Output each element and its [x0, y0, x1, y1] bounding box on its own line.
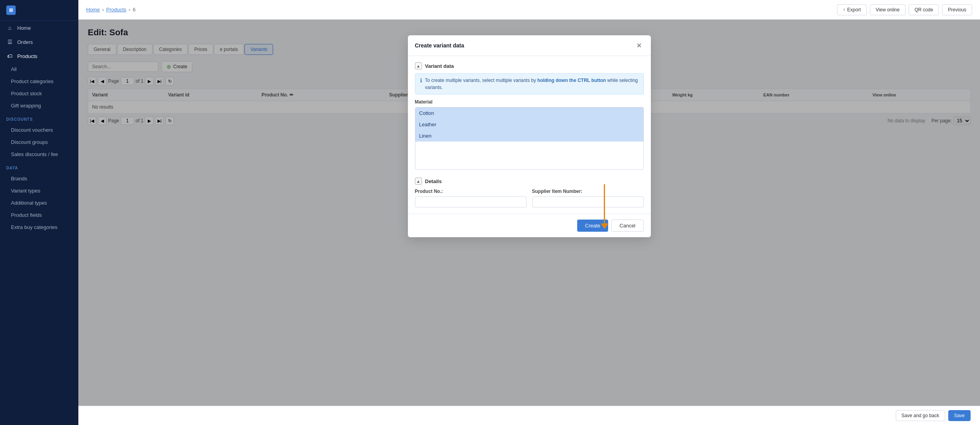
variant-data-label: Variant data	[425, 63, 454, 69]
sidebar-item-gift-wrapping[interactable]: Gift wrapping	[0, 100, 78, 112]
material-field-label: Material	[415, 99, 644, 105]
close-icon: ✕	[636, 42, 641, 49]
material-option-linen[interactable]: Linen	[415, 130, 643, 142]
breadcrumb: Home › Products › 6	[86, 7, 136, 13]
breadcrumb-id: 6	[133, 7, 136, 13]
breadcrumb-home[interactable]: Home	[86, 7, 100, 13]
save-and-go-back-button[interactable]: Save and go back	[896, 410, 945, 421]
orders-icon: ☰	[6, 39, 13, 45]
view-online-button[interactable]: View online	[870, 4, 906, 15]
sidebar-item-products-label: Products	[17, 53, 37, 59]
sidebar-logo: ⊞	[0, 0, 78, 21]
breadcrumb-separator-1: ›	[102, 7, 104, 13]
modal-cancel-button[interactable]: Cancel	[611, 220, 643, 232]
sidebar-item-additional-types[interactable]: Additional types	[0, 197, 78, 209]
material-option-cotton[interactable]: Cotton	[415, 107, 643, 119]
sidebar-item-discount-vouchers[interactable]: Discount vouchers	[0, 124, 78, 136]
sidebar-item-all[interactable]: All	[0, 63, 78, 75]
modal-footer: Create Cancel	[408, 214, 651, 237]
sidebar-item-variant-types[interactable]: Variant types	[0, 185, 78, 197]
product-no-group: Product No.:	[415, 189, 527, 207]
variant-data-toggle[interactable]: ▲	[415, 62, 422, 69]
sidebar-item-orders-label: Orders	[17, 39, 33, 45]
details-label: Details	[425, 178, 442, 184]
sidebar-item-brands[interactable]: Brands	[0, 173, 78, 185]
modal-header: Create variant data ✕	[408, 35, 651, 56]
sidebar-item-product-categories[interactable]: Product categories	[0, 75, 78, 87]
modal-create-button[interactable]: Create	[577, 220, 608, 232]
top-actions: ↑ Export View online QR code Previous	[837, 4, 972, 15]
modal-close-button[interactable]: ✕	[634, 41, 644, 50]
save-button[interactable]: Save	[948, 410, 971, 421]
breadcrumb-separator-2: ›	[129, 7, 130, 13]
qr-code-button[interactable]: QR code	[909, 4, 939, 15]
main-area: Home › Products › 6 ↑ Export View online…	[78, 0, 980, 425]
details-grid: Product No.: Supplier Item Number:	[415, 189, 644, 207]
info-icon: ℹ	[420, 77, 422, 84]
supplier-item-group: Supplier Item Number:	[532, 189, 644, 207]
details-section-header: ▲ Details	[415, 178, 644, 185]
home-icon: ⌂	[6, 25, 13, 31]
sidebar-item-sales-discounts[interactable]: Sales discounts / fee	[0, 148, 78, 160]
modal-overlay: Create variant data ✕ ▲ Variant data ℹ	[78, 20, 980, 406]
sidebar-item-discount-groups[interactable]: Discount groups	[0, 136, 78, 148]
supplier-item-label: Supplier Item Number:	[532, 189, 644, 194]
top-bar: Home › Products › 6 ↑ Export View online…	[78, 0, 980, 20]
content-area: Edit: Sofa General Description Categorie…	[78, 20, 980, 406]
details-section: ▲ Details Product No.: Supplier Item Num…	[415, 178, 644, 207]
create-variant-modal: Create variant data ✕ ▲ Variant data ℹ	[408, 35, 651, 237]
sidebar-item-product-stock[interactable]: Product stock	[0, 87, 78, 100]
product-no-input[interactable]	[415, 196, 527, 207]
details-toggle[interactable]: ▲	[415, 178, 422, 185]
material-select-list[interactable]: Cotton Leather Linen	[415, 107, 644, 170]
sidebar: ⊞ ⌂ Home ☰ Orders 🏷 Products All Product…	[0, 0, 78, 425]
product-no-label: Product No.:	[415, 189, 527, 194]
variant-data-section-header: ▲ Variant data	[415, 62, 644, 69]
data-section-label: DATA	[0, 160, 78, 173]
breadcrumb-products[interactable]: Products	[106, 7, 126, 13]
material-option-leather[interactable]: Leather	[415, 119, 643, 130]
supplier-item-input[interactable]	[532, 196, 644, 207]
sidebar-item-orders[interactable]: ☰ Orders	[0, 35, 78, 49]
info-text: To create multiple variants, select mult…	[425, 77, 639, 91]
export-button[interactable]: ↑ Export	[837, 4, 867, 15]
modal-title: Create variant data	[415, 42, 464, 49]
info-box: ℹ To create multiple variants, select mu…	[415, 73, 644, 94]
sidebar-item-home-label: Home	[17, 25, 31, 31]
sidebar-item-home[interactable]: ⌂ Home	[0, 21, 78, 35]
previous-button[interactable]: Previous	[942, 4, 972, 15]
bottom-bar: Save and go back Save	[78, 406, 980, 425]
sidebar-item-extra-buy-categories[interactable]: Extra buy categories	[0, 221, 78, 233]
export-icon: ↑	[843, 7, 845, 13]
discounts-section-label: DISCOUNTS	[0, 112, 78, 124]
modal-body: ▲ Variant data ℹ To create multiple vari…	[408, 56, 651, 214]
products-icon: 🏷	[6, 53, 13, 59]
sidebar-item-products[interactable]: 🏷 Products	[0, 49, 78, 63]
sidebar-item-product-fields[interactable]: Product fields	[0, 209, 78, 221]
logo-icon: ⊞	[6, 5, 16, 15]
